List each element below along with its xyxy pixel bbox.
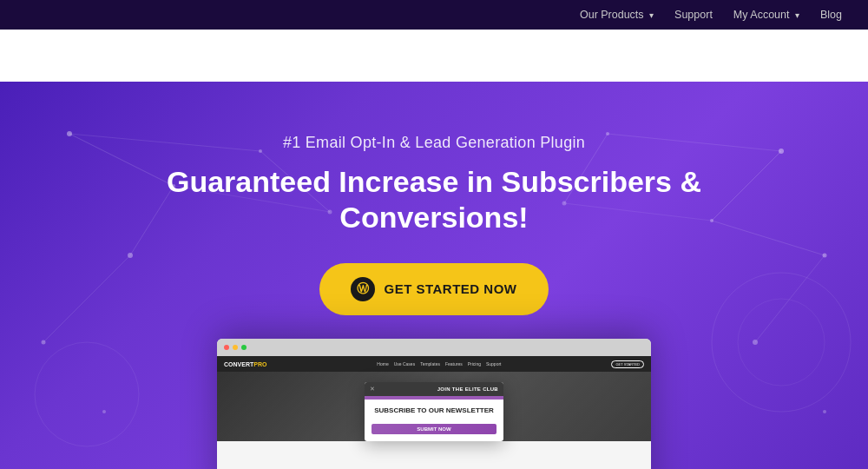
mini-nav-item: Home <box>377 361 388 367</box>
top-nav-my-account[interactable]: My Account ▾ <box>733 9 799 21</box>
main-header: Convert Pro Use Cases Templates Integrat… <box>0 30 868 82</box>
dropdown-arrow-icon-2: ▾ <box>795 10 799 20</box>
top-bar: Our Products ▾ Support My Account ▾ Blog <box>0 0 868 30</box>
mini-popup-header: ✕ JOIN THE ELITE CLUB <box>365 382 503 396</box>
wordpress-icon: Ⓦ <box>351 277 375 301</box>
logo-link[interactable]: Convert Pro <box>35 42 181 69</box>
svg-line-17 <box>43 255 130 342</box>
mini-nav-item: Use Cases <box>394 361 415 367</box>
mini-close-icon: ✕ <box>370 386 375 393</box>
mini-browser-bar <box>217 339 651 356</box>
logo-text: Convert Pro <box>71 44 181 67</box>
nav-integrations[interactable]: Integrations <box>477 49 540 63</box>
nav-use-cases[interactable]: Use Cases <box>306 49 365 63</box>
svg-point-28 <box>738 299 825 386</box>
svg-point-29 <box>35 342 139 446</box>
browser-dot-green <box>241 345 247 350</box>
mini-logo: CONVERTPRO <box>224 361 266 367</box>
mini-popup-title: SUBSCRIBE TO OUR NEWSLETTER <box>372 406 496 415</box>
dropdown-arrow-icon: ▾ <box>649 10 654 20</box>
browser-dot-yellow <box>233 345 238 350</box>
mini-popup: ✕ JOIN THE ELITE CLUB SUBSCRIBE TO OUR N… <box>365 382 503 441</box>
preview-screenshot: CONVERTPRO Home Use Cases Templates Feat… <box>217 339 651 469</box>
hero-subtitle: #1 Email Opt-In & Lead Generation Plugin <box>130 134 738 152</box>
hero-title: Guaranteed Increase in Subscribers & Con… <box>130 164 738 235</box>
nav-features[interactable]: Features <box>568 49 615 63</box>
main-nav: Use Cases Templates Integrations Feature… <box>306 40 833 70</box>
svg-line-23 <box>755 255 825 342</box>
mini-nav-item: Pricing <box>468 361 481 367</box>
hero-section: #1 Email Opt-In & Lead Generation Plugin… <box>0 82 868 469</box>
mini-cta-button: GET STARTED <box>611 360 644 368</box>
svg-point-12 <box>823 410 826 413</box>
mini-nav-item: Templates <box>420 361 440 367</box>
top-nav-blog[interactable]: Blog <box>820 9 842 21</box>
mini-nav-item: Support <box>486 361 502 367</box>
mini-nav-item: Features <box>445 361 463 367</box>
header-get-started-button[interactable]: GET STARTED <box>708 40 833 70</box>
top-nav-support[interactable]: Support <box>674 9 713 21</box>
mini-site-header: CONVERTPRO Home Use Cases Templates Feat… <box>217 356 651 372</box>
hero-cta-button[interactable]: Ⓦ GET STARTED NOW <box>319 263 548 315</box>
mini-bg-area: Boost your performance ✕ JOIN THE ELITE … <box>217 372 651 441</box>
mini-popup-body: SUBSCRIBE TO OUR NEWSLETTER SUBMIT NOW <box>365 400 503 441</box>
hero-content: #1 Email Opt-In & Lead Generation Plugin… <box>130 134 738 315</box>
preview-container: CONVERTPRO Home Use Cases Templates Feat… <box>217 339 651 469</box>
top-nav-our-products[interactable]: Our Products ▾ <box>580 9 654 21</box>
mini-site-content: CONVERTPRO Home Use Cases Templates Feat… <box>217 356 651 469</box>
mini-popup-button[interactable]: SUBMIT NOW <box>372 424 496 434</box>
nav-pricing[interactable]: Pricing <box>643 49 681 63</box>
nav-templates[interactable]: Templates <box>393 49 449 63</box>
browser-dot-red <box>224 345 229 350</box>
mini-popup-tag: JOIN THE ELITE CLUB <box>437 386 498 392</box>
svg-point-5 <box>102 410 106 413</box>
mini-nav: Home Use Cases Templates Features Pricin… <box>377 361 501 367</box>
logo-icon <box>35 42 62 69</box>
